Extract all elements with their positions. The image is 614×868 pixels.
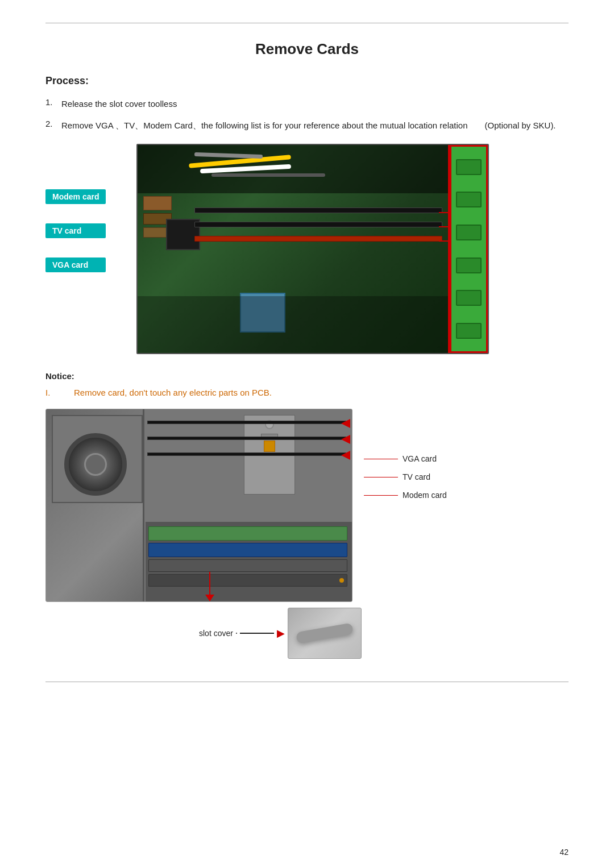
tv-card-label: TV card [45,223,106,238]
case-image [45,409,352,602]
case-labels: VGA card TV card Modem card [364,409,447,509]
notice-roman: I. [45,388,63,397]
vga-label-text: VGA card [403,454,437,463]
step-1-number: 1. [45,97,61,107]
case-section: VGA card TV card Modem card slot cover [45,409,569,659]
tv-label-text: TV card [403,472,430,481]
page-number: 42 [559,848,569,857]
mb-bottom-dark [138,296,488,353]
slot-cover-arrow-icon: ▶ [277,627,285,639]
modem-label-text: Modem card [403,491,447,500]
list-item: 1. Release the slot cover toolless [45,97,569,111]
vga-card-label: VGA card [45,258,106,272]
page-title: Remove Cards [45,40,569,58]
slot-cover-image [288,608,362,659]
case-bottom-bay [146,522,352,601]
slot-cover-label: slot cover [199,629,233,638]
case-visual [46,409,352,601]
notice-heading: Notice: [45,371,569,381]
mb-visual: ▶ ▶ [138,145,488,353]
card-labels: Modem card TV card VGA card [45,189,106,272]
motherboard-section: Modem card TV card VGA card [45,144,569,354]
motherboard-image: ▶ ▶ [136,144,489,354]
mb-components: ▶ ▶ [138,190,488,353]
slot-cover-inner [296,622,354,643]
process-list: 1. Release the slot cover toolless 2. Re… [45,97,569,132]
modem-label: Modem card [364,491,447,500]
top-divider [45,23,569,23]
bottom-divider [45,682,569,682]
step-2-number: 2. [45,119,61,128]
case-fan-inner [84,453,107,476]
list-item: 2. Remove VGA 、TV、Modem Card、the followi… [45,119,569,132]
notice-text: Remove card, don't touch any electric pa… [74,388,272,397]
case-psu [52,415,143,503]
step-1-text: Release the slot cover toolless [61,97,177,111]
mb-right-connector [448,145,488,353]
tv-label: TV card [364,472,447,481]
notice-item: I. Remove card, don't touch any electric… [45,388,569,397]
process-heading: Process: [45,75,569,87]
vga-label: VGA card [364,454,447,463]
step-2-text: Remove VGA 、TV、Modem Card、the following … [61,119,556,132]
case-fan [64,433,127,496]
modem-card-label: Modem card [45,189,106,204]
